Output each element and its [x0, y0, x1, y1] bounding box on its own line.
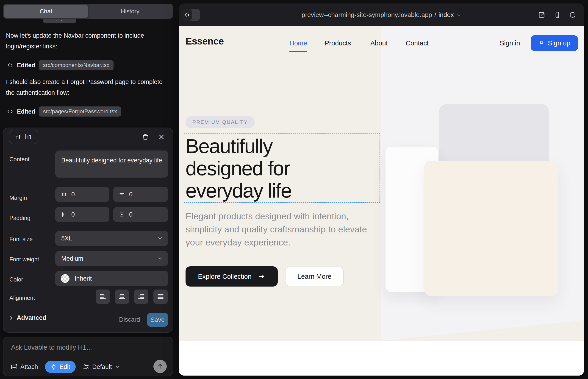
learn-more-button[interactable]: Learn More [285, 267, 344, 286]
padding-vertical-input[interactable] [113, 207, 168, 222]
hero-heading-line: everyday life [186, 179, 292, 202]
color-label: Color [9, 276, 23, 283]
font-size-select[interactable]: 5XL [55, 231, 168, 246]
attach-button[interactable]: Attach [10, 363, 38, 371]
edited-label: Edited [17, 108, 35, 115]
save-button[interactable]: Save [147, 313, 168, 327]
nav-link-about[interactable]: About [370, 39, 388, 47]
margin-horizontal-icon [61, 191, 67, 198]
truncated-chip: · · [43, 19, 76, 23]
tab-chat[interactable]: Chat [4, 5, 88, 18]
padding-x-value[interactable] [71, 211, 99, 218]
close-panel-button[interactable] [156, 132, 167, 142]
chevron-down-icon [157, 255, 163, 262]
hero-heading-line: designed for [186, 157, 290, 180]
margin-y-value[interactable] [129, 191, 157, 198]
hero-heading[interactable]: Beautifully designed for everyday life [186, 135, 376, 202]
discard-button[interactable]: Discard [116, 314, 143, 325]
chevron-right-icon [8, 315, 14, 321]
external-link-icon[interactable] [538, 11, 545, 19]
align-left-icon [99, 293, 107, 300]
align-right-button[interactable] [134, 289, 148, 304]
trash-icon [142, 133, 149, 141]
align-justify-button[interactable] [154, 289, 168, 304]
model-selector[interactable]: Default [83, 363, 120, 371]
edit-target-icon [50, 364, 57, 370]
close-icon [158, 134, 165, 141]
sign-up-label: Sign up [548, 39, 570, 47]
hero-heading-line: Beautifully [186, 135, 272, 157]
sliders-icon [83, 363, 90, 370]
color-swatch [61, 274, 69, 283]
nav-link-contact[interactable]: Contact [406, 39, 429, 47]
nav-link-products[interactable]: Products [325, 39, 351, 47]
font-weight-select[interactable]: Medium [55, 251, 168, 266]
code-icon [7, 62, 13, 68]
mobile-icon[interactable] [554, 11, 561, 19]
advanced-toggle[interactable]: Advanced [8, 314, 46, 321]
arrow-right-icon [258, 273, 265, 280]
edited-file-chip[interactable]: src/pages/ForgotPassword.tsx [39, 107, 121, 117]
preview-viewport: Essence Home Products About Contact Sign… [179, 26, 584, 376]
send-button[interactable] [154, 360, 167, 373]
chat-message: Now let's update the Navbar component to… [6, 30, 169, 52]
attach-label: Attach [20, 363, 38, 371]
model-selector-label: Default [92, 363, 112, 371]
element-tag-name: h1 [25, 133, 32, 141]
delete-element-button[interactable] [140, 132, 151, 142]
margin-x-value[interactable] [71, 191, 99, 198]
refresh-icon[interactable] [569, 12, 576, 18]
padding-horizontal-input[interactable] [55, 207, 109, 222]
margin-vertical-icon [119, 191, 125, 198]
alignment-label: Alignment [9, 295, 35, 301]
color-value: Inherit [75, 275, 92, 282]
composer-input[interactable] [11, 344, 160, 356]
font-size-label: Font size [9, 236, 32, 242]
content-label: Content [9, 156, 30, 163]
advanced-label: Advanced [17, 314, 46, 321]
nav-link-home[interactable]: Home [289, 39, 307, 52]
site-logo[interactable]: Essence [186, 36, 224, 47]
sign-up-button[interactable]: Sign up [531, 35, 578, 51]
padding-horizontal-icon [61, 211, 67, 218]
font-weight-value: Medium [61, 255, 83, 262]
tab-history[interactable]: History [88, 5, 172, 18]
url-host: preview--charming-site-symphony.lovable.… [302, 11, 432, 19]
chevron-down-icon [157, 235, 163, 241]
align-left-button[interactable] [96, 289, 110, 304]
edited-label: Edited [17, 62, 35, 69]
margin-vertical-input[interactable] [113, 187, 168, 202]
chat-message: I should also create a Forgot Password p… [6, 77, 169, 98]
align-center-button[interactable] [115, 289, 129, 304]
url-separator: / [434, 11, 436, 19]
explore-collection-label: Explore Collection [198, 273, 252, 280]
app-window: Chat History · · Now let's update the Na… [0, 0, 588, 379]
section-below-hero [179, 341, 584, 376]
font-size-value: 5XL [61, 235, 72, 242]
sidebar-tabbar: Chat History [3, 4, 173, 19]
chat-sidebar: Chat History · · Now let's update the Na… [0, 0, 179, 379]
type-icon [15, 134, 22, 141]
browser-toolbar: preview--charming-site-symphony.lovable.… [179, 3, 584, 26]
edit-mode-label: Edit [60, 363, 70, 371]
chat-composer: Attach Edit Default [3, 337, 173, 376]
hero-paragraph: Elegant products designed with intention… [186, 210, 371, 249]
padding-label: Padding [9, 215, 31, 221]
explore-collection-button[interactable]: Explore Collection [186, 266, 278, 286]
margin-horizontal-input[interactable] [55, 187, 109, 202]
composer-toolbar: Attach Edit Default [10, 361, 120, 373]
attach-image-icon [10, 363, 18, 371]
send-arrow-icon [157, 363, 164, 370]
edited-file-row[interactable]: Edited src/pages/ForgotPassword.tsx [7, 106, 121, 117]
url-bar[interactable]: preview--charming-site-symphony.lovable.… [179, 3, 584, 26]
edited-file-row[interactable]: Edited src/components/Navbar.tsx [7, 60, 113, 71]
edit-mode-button[interactable]: Edit [45, 361, 76, 373]
padding-y-value[interactable] [129, 211, 157, 218]
content-input[interactable]: Beautifully designed for everyday life [55, 151, 168, 178]
sign-in-link[interactable]: Sign in [500, 39, 520, 47]
element-tag-pill[interactable]: h1 [9, 130, 38, 144]
decorative-card-cream [424, 161, 558, 296]
color-select[interactable]: Inherit [55, 271, 168, 286]
edited-file-chip[interactable]: src/components/Navbar.tsx [39, 60, 113, 70]
margin-label: Margin [9, 195, 27, 201]
